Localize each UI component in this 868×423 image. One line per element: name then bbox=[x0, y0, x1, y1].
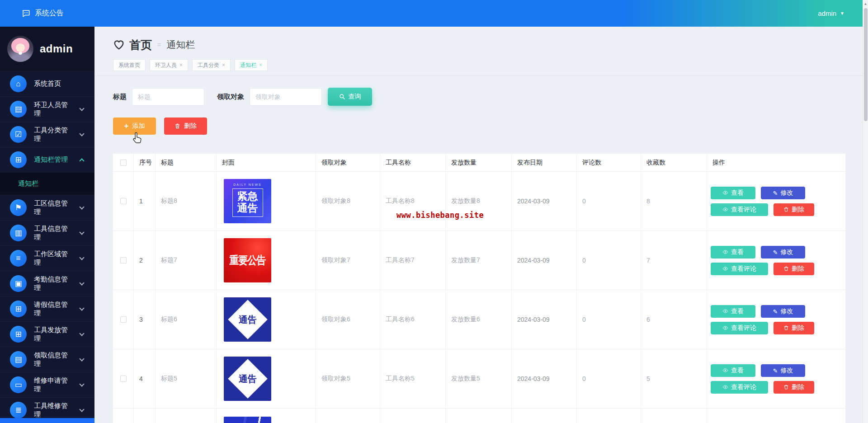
row-checkbox-cell bbox=[113, 172, 134, 230]
view-button[interactable]: 查看 bbox=[711, 364, 755, 377]
row-checkbox[interactable] bbox=[120, 316, 127, 323]
tab-tool-category[interactable]: 工具分类× bbox=[192, 59, 231, 71]
cover-title-text: 重要公告 bbox=[230, 253, 266, 268]
row-delete-button-label: 删除 bbox=[792, 324, 804, 332]
sidebar-bottom-highlight bbox=[0, 418, 94, 423]
row-delete-button-label: 删除 bbox=[792, 206, 804, 214]
edit-button[interactable]: ✎修改 bbox=[761, 246, 805, 258]
cell-favorite-count: 8 bbox=[641, 172, 707, 230]
tab-label: 环卫人员 bbox=[155, 60, 177, 70]
sidebar-item-receive-info[interactable]: ▤领取信息管理 bbox=[0, 347, 94, 372]
row-checkbox-cell bbox=[113, 409, 134, 423]
sidebar-item-tool-category[interactable]: ☑工具分类管理 bbox=[0, 122, 94, 147]
cell-recipient: 领取对象6 bbox=[316, 290, 380, 349]
cover-image-urgent: DAILY NEWS紧急通告 bbox=[224, 179, 271, 223]
row-delete-button[interactable]: 删除 bbox=[774, 263, 814, 275]
row-delete-button[interactable]: 删除 bbox=[774, 203, 814, 216]
sidebar-item-sanitation-staff[interactable]: ▤环卫人员管理 bbox=[0, 96, 94, 122]
cover-image-notice: 通告 bbox=[224, 297, 271, 342]
row-delete-button-label: 删除 bbox=[792, 265, 804, 273]
view-button[interactable]: 查看 bbox=[711, 187, 755, 199]
sidebar-item-attendance-info[interactable]: ▣考勤信息管理 bbox=[0, 271, 94, 296]
title-input[interactable] bbox=[132, 88, 204, 106]
action-line-1: 查看✎修改 bbox=[711, 305, 814, 318]
view-comments-button-label: 查看评论 bbox=[731, 383, 756, 391]
row-checkbox-cell bbox=[113, 349, 134, 408]
recipient-input[interactable] bbox=[250, 88, 322, 106]
edit-button[interactable]: ✎修改 bbox=[761, 187, 805, 199]
view-comments-button[interactable]: 查看评论 bbox=[711, 203, 768, 216]
topbar-announcement[interactable]: 系统公告 bbox=[22, 9, 64, 18]
view-comments-button[interactable]: 查看评论 bbox=[711, 322, 768, 334]
row-delete-button[interactable]: 删除 bbox=[774, 381, 814, 394]
view-comments-button[interactable]: 查看评论 bbox=[711, 263, 768, 275]
cell-actions: 查看✎修改查看评论删除 bbox=[707, 231, 845, 290]
tab-notice-board[interactable]: 通知栏× bbox=[235, 59, 268, 71]
chevron-down-icon bbox=[79, 204, 84, 209]
row-checkbox[interactable] bbox=[120, 257, 127, 263]
table-row: 2标题7重要公告领取对象7工具名称7发放数量72024-03-0907查看✎修改… bbox=[113, 231, 845, 290]
user-menu[interactable]: admin ▼ bbox=[818, 9, 844, 17]
cell-favorite-count: 6 bbox=[641, 290, 707, 349]
tab-system-home[interactable]: 系统首页 bbox=[113, 59, 146, 71]
recipient-label: 领取对象 bbox=[217, 93, 244, 101]
cell-cover: 重要公告 bbox=[217, 231, 316, 290]
table-header-row: 序号标题封面领取对象工具名称发放数量发布日期评论数收藏数操作 bbox=[113, 154, 845, 172]
cell-title bbox=[156, 409, 217, 423]
cell-cover bbox=[217, 409, 316, 423]
sliders-icon: ≣ bbox=[10, 402, 27, 418]
search-icon bbox=[339, 94, 345, 100]
cell-cover: 通告 bbox=[217, 290, 316, 349]
row-delete-button[interactable]: 删除 bbox=[774, 322, 814, 334]
header-cell: 工具名称 bbox=[380, 154, 446, 171]
chevron-down-icon bbox=[79, 381, 84, 386]
sidebar-item-notice-board[interactable]: ⊞通知栏管理 bbox=[0, 147, 94, 172]
toolbar: + 添加 删除 bbox=[113, 118, 863, 135]
cell-actions: 查看✎修改查看评论删除 bbox=[707, 290, 845, 349]
query-button[interactable]: 查询 bbox=[328, 88, 372, 106]
edit-button[interactable]: ✎修改 bbox=[761, 305, 805, 318]
edit-button[interactable]: ✎修改 bbox=[761, 364, 805, 377]
action-line-2: 查看评论删除 bbox=[711, 263, 814, 275]
view-button[interactable]: 查看 bbox=[711, 305, 755, 318]
header-cell: 领取对象 bbox=[316, 154, 380, 171]
sidebar-item-leave-info[interactable]: ⊞请假信息管理 bbox=[0, 296, 94, 321]
sidebar-item-work-area-info[interactable]: ⚑工区信息管理 bbox=[0, 195, 94, 220]
tab-close-icon[interactable]: × bbox=[259, 60, 262, 70]
cell-tool-name: 工具名称8 bbox=[380, 172, 446, 230]
select-all-checkbox[interactable] bbox=[120, 160, 127, 166]
sidebar-subitem-notice-board-sub[interactable]: 通知栏 bbox=[0, 172, 94, 195]
sidebar-item-label: 工区信息管理 bbox=[34, 199, 73, 216]
view-comments-button[interactable]: 查看评论 bbox=[711, 381, 768, 394]
plus-icon: + bbox=[124, 122, 129, 131]
tab-label: 通知栏 bbox=[240, 60, 256, 70]
edit-button-label: 修改 bbox=[780, 189, 793, 197]
trash-icon bbox=[783, 325, 789, 331]
sidebar-item-repair-request[interactable]: ▭维修申请管理 bbox=[0, 372, 94, 397]
eye-icon bbox=[722, 308, 728, 314]
sidebar-item-tool-info[interactable]: ▥工具信息管理 bbox=[0, 220, 94, 245]
row-checkbox[interactable] bbox=[120, 376, 127, 382]
breadcrumb-home[interactable]: 首页 bbox=[129, 38, 152, 52]
tab-close-icon[interactable]: × bbox=[222, 60, 225, 70]
tab-sanitation-staff[interactable]: 环卫人员× bbox=[150, 59, 188, 71]
header-cell: 序号 bbox=[134, 154, 156, 171]
topbar: 系统公告 admin ▼ bbox=[0, 0, 863, 27]
cell-publish-date: 2024-03-09 bbox=[512, 172, 577, 230]
scrollbar-thumb[interactable] bbox=[864, 8, 868, 121]
sidebar-item-label: 工作区域管理 bbox=[34, 250, 73, 267]
sidebar-item-work-region[interactable]: ≡工作区域管理 bbox=[0, 245, 94, 271]
avatar[interactable] bbox=[7, 36, 33, 62]
cover-image-partial bbox=[224, 417, 271, 423]
table-row: 1标题8DAILY NEWS紧急通告领取对象8工具名称8发放数量82024-03… bbox=[113, 172, 845, 231]
row-checkbox[interactable] bbox=[120, 198, 127, 204]
delete-button[interactable]: 删除 bbox=[164, 118, 207, 135]
chevron-down-icon bbox=[79, 356, 84, 361]
tab-close-icon[interactable]: × bbox=[179, 60, 183, 70]
trash-icon bbox=[783, 384, 789, 390]
sidebar-item-label: 工具信息管理 bbox=[34, 225, 73, 242]
page-scrollbar[interactable]: ▲ bbox=[863, 0, 868, 423]
view-button[interactable]: 查看 bbox=[711, 246, 755, 258]
sidebar-item-system-home[interactable]: ⌂系统首页 bbox=[0, 71, 94, 96]
sidebar-item-tool-issue[interactable]: ⊞工具发放管理 bbox=[0, 321, 94, 347]
